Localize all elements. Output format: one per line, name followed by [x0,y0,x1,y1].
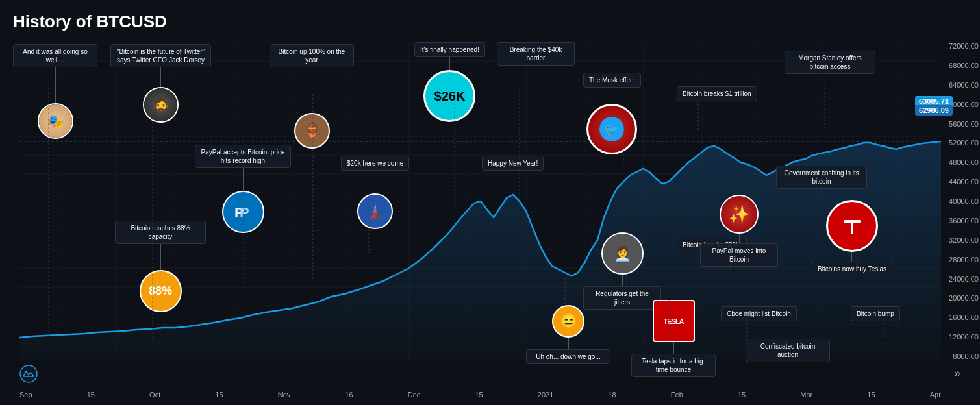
y-label-15: 16000.00 [949,313,979,321]
y-axis: 72000.00 68000.00 64000.00 60000.00 5600… [949,42,979,360]
x-label-apr: Apr [930,391,941,399]
y-label-13: 24000.00 [949,275,979,283]
y-label-9: 40000.00 [949,197,979,205]
y-label-8: 44000.00 [949,178,979,186]
tradingview-watermark [19,365,38,386]
y-label-17: 8000.00 [949,352,979,360]
y-label-3: 64000.00 [949,81,979,89]
x-axis: Sep 15 Oct 15 Nov 16 Dec 15 2021 18 Feb … [19,391,941,399]
chart-container: History of BTCUSD 72000.00 68000.00 6400… [0,0,980,405]
x-label-15d: 15 [738,391,746,399]
y-label-16: 12000.00 [949,333,979,341]
x-label-mar: Mar [800,391,812,399]
x-label-15b: 15 [215,391,223,399]
x-label-dec: Dec [408,391,421,399]
y-label-5: 56000.00 [949,120,979,128]
y-label-12: 28000.00 [949,256,979,264]
x-label-nov: Nov [278,391,291,399]
y-label-10: 36000.00 [949,217,979,225]
price-chart [19,42,941,360]
x-label-15a: 15 [87,391,95,399]
y-label-11: 32000.00 [949,236,979,244]
x-label-18: 18 [608,391,616,399]
y-label-1: 72000.00 [949,42,979,50]
chart-title: History of BTCUSD [13,12,167,32]
x-label-2021: 2021 [538,391,553,399]
y-label-4: 60000.00 [949,101,979,108]
y-label-14: 20000.00 [949,294,979,302]
x-label-feb: Feb [671,391,683,399]
x-label-15e: 15 [867,391,875,399]
y-label-6: 52000.00 [949,139,979,147]
nav-arrow[interactable]: » [954,367,961,380]
svg-marker-33 [19,141,941,360]
x-label-15c: 15 [475,391,483,399]
svg-point-62 [20,365,37,382]
y-label-2: 68000.00 [949,62,979,69]
x-label-oct: Oct [149,391,160,399]
y-label-7: 48000.00 [949,158,979,166]
x-label-16: 16 [345,391,353,399]
x-label-sep: Sep [19,391,32,399]
